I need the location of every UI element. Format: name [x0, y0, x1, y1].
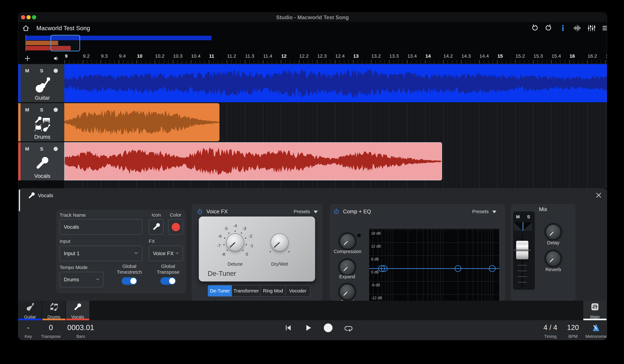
- solo-button[interactable]: S: [40, 146, 43, 152]
- track-header-guitar[interactable]: MSGuitar: [21, 64, 64, 102]
- minimap-viewport[interactable]: [51, 35, 80, 51]
- power-icon[interactable]: [196, 208, 203, 216]
- undo-icon[interactable]: [531, 24, 538, 33]
- waveform-editor-icon[interactable]: [573, 24, 581, 33]
- mix-solo-button[interactable]: S: [527, 214, 530, 219]
- eq-graph[interactable]: 18 dB12 dB6 dB0 dB-6 dB-12 dB50 Hz100 Hz…: [369, 229, 499, 308]
- zoom-window-button[interactable]: [32, 15, 36, 19]
- reverb-label: Reverb: [546, 267, 561, 272]
- ruler-tick-label: 11: [209, 53, 214, 59]
- audio-region-guitar[interactable]: [64, 64, 607, 102]
- voice-fx-tab-de-tuner[interactable]: De-Tuner: [208, 285, 232, 296]
- timeline-ruler[interactable]: 99.29.39.41010.210.310.41111.211.311.412…: [64, 53, 607, 60]
- record-button[interactable]: [324, 323, 333, 332]
- presets-dropdown[interactable]: Presets: [472, 209, 496, 214]
- transpose-value[interactable]: 0: [49, 323, 53, 332]
- tempo-mode-value: Drums: [64, 277, 79, 283]
- editor-tab-guitar[interactable]: Guitar: [18, 301, 42, 320]
- ruler-tick-label: 14: [425, 53, 431, 59]
- tab-underline: [583, 319, 607, 320]
- metronome-icon[interactable]: [592, 323, 600, 333]
- compression-led: [357, 234, 361, 237]
- expand-knob[interactable]: [340, 260, 355, 275]
- chevron-down-icon: [133, 250, 139, 257]
- ruler-tick-label: 12: [281, 53, 286, 59]
- menu-icon[interactable]: [602, 24, 607, 33]
- voice-fx-tab-transformer[interactable]: Transformer: [232, 285, 261, 296]
- mute-button[interactable]: M: [25, 146, 29, 152]
- editor-tab-drums[interactable]: Drums: [42, 301, 65, 320]
- svg-text:-12 dB: -12 dB: [371, 296, 382, 300]
- knob-scale-label: -8: [222, 252, 225, 257]
- ruler-tick-label: 14.2: [443, 53, 453, 59]
- audio-region-drums[interactable]: [64, 103, 219, 141]
- bpm-value[interactable]: 120: [567, 323, 579, 332]
- info-icon[interactable]: [559, 24, 567, 33]
- bars-value[interactable]: 0003.01: [67, 323, 94, 332]
- key-value[interactable]: -: [27, 323, 29, 332]
- editor-tab-vocals[interactable]: Vocals: [66, 301, 89, 320]
- close-icon[interactable]: [595, 192, 602, 199]
- panel-scrollbar[interactable]: [19, 189, 20, 211]
- detune-knob[interactable]: [227, 234, 243, 251]
- mixer-icon[interactable]: [588, 24, 595, 33]
- icon-picker-button[interactable]: [149, 219, 164, 235]
- redo-icon[interactable]: [545, 24, 553, 33]
- track-settings-card: Track Name Vocals Icon Color Input Input…: [56, 210, 186, 293]
- track-header-drums[interactable]: MSDrums: [21, 103, 64, 141]
- power-icon[interactable]: [333, 208, 340, 216]
- ruler-tick-label: 9: [65, 53, 68, 59]
- loop-button[interactable]: [345, 324, 352, 332]
- knob-scale-dot: [241, 232, 242, 234]
- track-editor-panel: Vocals Track Name Vocals Icon Color Inpu…: [18, 188, 607, 301]
- transport-bar: - Key 0 Transpose 0003.01 Bars 4 / 4 Tim…: [18, 320, 607, 340]
- close-window-button[interactable]: [21, 15, 25, 19]
- reverb-knob[interactable]: [546, 251, 560, 266]
- timing-value[interactable]: 4 / 4: [544, 323, 557, 332]
- dry-wet-knob[interactable]: [271, 234, 288, 251]
- voice-fx-tab-vocoder[interactable]: Vocoder: [286, 285, 310, 296]
- audio-region-vocals[interactable]: [64, 142, 442, 180]
- record-arm-button[interactable]: [54, 147, 58, 151]
- titlebar: Studio - Macworld Test Song: [18, 13, 607, 22]
- play-button[interactable]: [304, 324, 312, 332]
- ruler-tick-label: 12.3: [317, 53, 327, 59]
- speed-knob[interactable]: [340, 285, 355, 299]
- mix-mute-button[interactable]: M: [516, 214, 520, 219]
- input-select[interactable]: Input 1: [60, 246, 142, 261]
- track-header-vocals[interactable]: MSVocals: [21, 142, 64, 180]
- pan-control[interactable]: [514, 222, 532, 231]
- minimize-window-button[interactable]: [26, 15, 31, 19]
- input-value: Input 1: [64, 251, 80, 257]
- ruler-ticks: [64, 60, 607, 63]
- presets-dropdown[interactable]: Presets: [294, 209, 318, 214]
- global-transpose-toggle[interactable]: [160, 277, 176, 285]
- mixer-icon: [591, 303, 599, 312]
- solo-button[interactable]: S: [40, 107, 43, 113]
- tab-underline: [42, 319, 65, 320]
- record-arm-button[interactable]: [54, 69, 58, 73]
- mute-button[interactable]: M: [25, 68, 29, 74]
- minimap-playhead[interactable]: [26, 35, 26, 51]
- voice-fx-tab-ring-mod[interactable]: Ring Mod: [261, 285, 286, 296]
- solo-button[interactable]: S: [40, 68, 43, 74]
- track-volume-icon[interactable]: [53, 55, 59, 62]
- color-picker-button[interactable]: [168, 219, 183, 235]
- home-icon[interactable]: [22, 24, 30, 33]
- volume-fader-handle[interactable]: [516, 241, 528, 259]
- mute-button[interactable]: M: [25, 107, 29, 113]
- delay-knob[interactable]: [546, 225, 560, 239]
- record-arm-button[interactable]: [54, 108, 58, 112]
- ruler-tick-label: 16.2: [588, 53, 597, 59]
- fx-select[interactable]: Voice FX: [149, 246, 183, 261]
- skip-to-start-button[interactable]: [284, 324, 292, 332]
- track-name-input[interactable]: Vocals: [60, 219, 142, 235]
- add-track-icon[interactable]: [24, 55, 31, 63]
- song-overview-minimap[interactable]: [26, 35, 211, 52]
- knob-scale-label: -4: [233, 224, 237, 228]
- editor-tab-main[interactable]: Main: [583, 301, 607, 320]
- global-timestretch-toggle[interactable]: [122, 277, 137, 285]
- song-title[interactable]: Macworld Test Song: [36, 25, 90, 32]
- compression-knob[interactable]: [340, 234, 355, 249]
- tempo-mode-select[interactable]: Drums: [60, 272, 104, 287]
